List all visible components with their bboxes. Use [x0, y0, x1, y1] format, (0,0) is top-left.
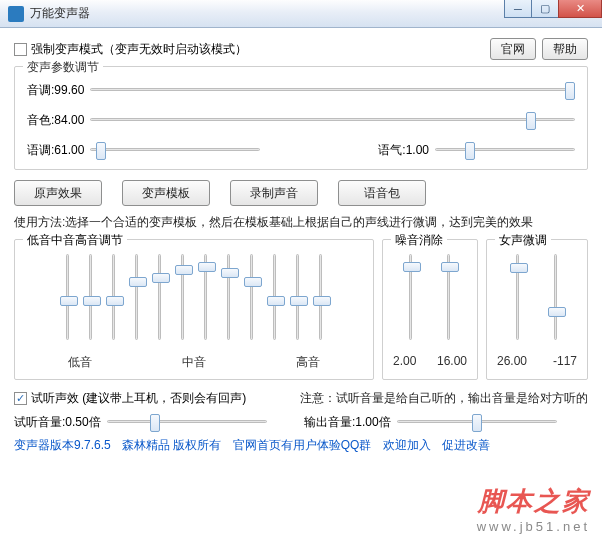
pitch-value: 99.60: [54, 83, 84, 97]
copyright-link[interactable]: 森林精品 版权所有: [122, 438, 221, 452]
eq-slider-7[interactable]: [221, 254, 237, 340]
female-group: 女声微调 26.00 -117: [486, 239, 588, 380]
force-mode-label: 强制变声模式（变声无效时启动该模式）: [31, 41, 247, 58]
app-icon: [8, 6, 24, 22]
eq-slider-10[interactable]: [290, 254, 306, 340]
timbre-slider[interactable]: [90, 111, 575, 129]
tone-value: 1.00: [406, 143, 429, 157]
female-val-2: -117: [553, 354, 577, 368]
website-button[interactable]: 官网: [490, 38, 536, 60]
female-val-1: 26.00: [497, 354, 527, 368]
output-vol-slider[interactable]: [397, 413, 557, 431]
original-sound-button[interactable]: 原声效果: [14, 180, 102, 206]
eq-slider-8[interactable]: [244, 254, 260, 340]
pitch-label: 音调:: [27, 83, 54, 97]
eq-slider-6[interactable]: [198, 254, 214, 340]
pitch-slider[interactable]: [90, 81, 575, 99]
intonation-value: 61.00: [54, 143, 84, 157]
eq-label-treble: 高音: [296, 354, 320, 371]
volume-note: 注意：试听音量是给自己听的，输出音量是给对方听的: [300, 390, 588, 407]
noise-val-1: 2.00: [393, 354, 416, 368]
eq-slider-2[interactable]: [106, 254, 122, 340]
improve-link[interactable]: 促进改善: [442, 438, 490, 452]
voice-pack-button[interactable]: 语音包: [338, 180, 426, 206]
intonation-slider[interactable]: [90, 141, 260, 159]
qq-link[interactable]: 官网首页有用户体验QQ群: [233, 438, 372, 452]
noise-group: 噪音消除 2.00 16.00: [382, 239, 478, 380]
eq-slider-3[interactable]: [129, 254, 145, 340]
preview-vol-label: 试听音量:: [14, 415, 65, 429]
preview-vol-value: 0.50倍: [65, 415, 100, 429]
female-legend: 女声微调: [495, 232, 551, 249]
help-button[interactable]: 帮助: [542, 38, 588, 60]
intonation-label: 语调:: [27, 143, 54, 157]
watermark: 脚本之家 www.jb51.net: [477, 484, 590, 534]
watermark-url: www.jb51.net: [477, 519, 590, 534]
force-mode-checkbox[interactable]: [14, 43, 27, 56]
welcome-link[interactable]: 欢迎加入: [383, 438, 431, 452]
watermark-cn: 脚本之家: [477, 484, 590, 519]
noise-val-2: 16.00: [437, 354, 467, 368]
tone-slider[interactable]: [435, 141, 575, 159]
noise-slider-1[interactable]: [441, 254, 457, 340]
output-vol-label: 输出音量:: [304, 415, 355, 429]
female-slider-0[interactable]: [510, 254, 526, 340]
window-buttons: ─ ▢ ✕: [505, 0, 602, 18]
preview-checkbox[interactable]: ✓: [14, 392, 27, 405]
female-slider-1[interactable]: [548, 254, 564, 340]
version-link[interactable]: 变声器版本9.7.6.5: [14, 438, 111, 452]
timbre-value: 84.00: [54, 113, 84, 127]
eq-slider-11[interactable]: [313, 254, 329, 340]
eq-slider-9[interactable]: [267, 254, 283, 340]
preview-label: 试听声效 (建议带上耳机，否则会有回声): [31, 390, 246, 407]
voice-params-legend: 变声参数调节: [23, 59, 103, 76]
close-button[interactable]: ✕: [558, 0, 602, 18]
voice-template-button[interactable]: 变声模板: [122, 180, 210, 206]
timbre-label: 音色:: [27, 113, 54, 127]
voice-params-group: 变声参数调节 音调:99.60 音色:84.00 语调:61.00 语气:1.0…: [14, 66, 588, 170]
titlebar: 万能变声器 ─ ▢ ✕: [0, 0, 602, 28]
eq-group: 低音中音高音调节 低音 中音 高音: [14, 239, 374, 380]
maximize-button[interactable]: ▢: [531, 0, 559, 18]
noise-legend: 噪音消除: [391, 232, 447, 249]
instruction-text: 使用方法:选择一个合适的变声模板，然后在模板基础上根据自己的声线进行微调，达到完…: [14, 214, 588, 231]
eq-slider-4[interactable]: [152, 254, 168, 340]
window-title: 万能变声器: [30, 5, 90, 22]
eq-slider-0[interactable]: [60, 254, 76, 340]
output-vol-value: 1.00倍: [355, 415, 390, 429]
eq-slider-1[interactable]: [83, 254, 99, 340]
eq-legend: 低音中音高音调节: [23, 232, 127, 249]
minimize-button[interactable]: ─: [504, 0, 532, 18]
eq-label-mid: 中音: [182, 354, 206, 371]
record-sound-button[interactable]: 录制声音: [230, 180, 318, 206]
eq-label-bass: 低音: [68, 354, 92, 371]
eq-slider-5[interactable]: [175, 254, 191, 340]
tone-label: 语气:: [378, 143, 405, 157]
noise-slider-0[interactable]: [403, 254, 419, 340]
preview-vol-slider[interactable]: [107, 413, 267, 431]
footer-links: 变声器版本9.7.6.5 森林精品 版权所有 官网首页有用户体验QQ群 欢迎加入…: [14, 437, 588, 454]
